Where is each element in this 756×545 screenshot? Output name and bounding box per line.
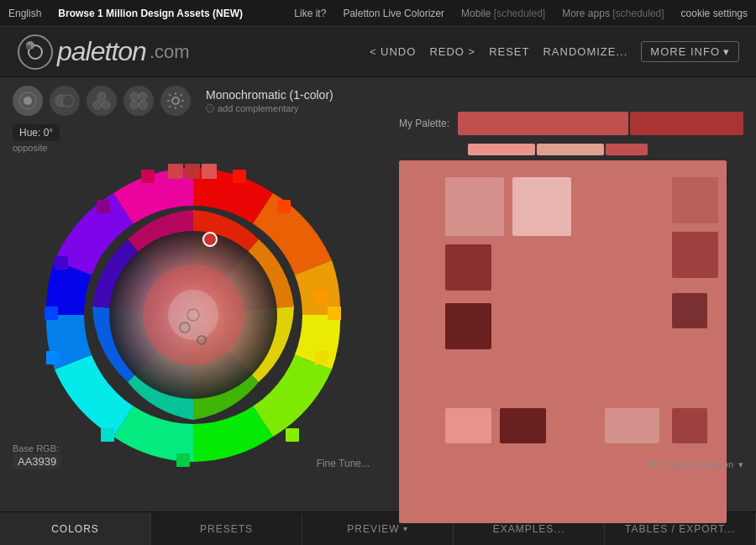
swatch-block-5[interactable]: [672, 232, 718, 278]
svg-rect-24: [328, 307, 341, 320]
redo-button[interactable]: REDO >: [429, 45, 475, 58]
add-complementary-option[interactable]: add complementary: [206, 103, 333, 113]
hue-display: Hue: 0°: [13, 124, 60, 141]
svg-rect-34: [233, 170, 246, 183]
header-actions: < UNDO REDO > RESET RANDOMIZE... MORE IN…: [370, 41, 739, 62]
svg-point-10: [102, 101, 110, 109]
swatch-block-7[interactable]: [672, 293, 707, 328]
logo[interactable]: paletton.com: [17, 34, 190, 71]
opposite-label: opposite: [13, 143, 374, 153]
svg-point-11: [130, 92, 139, 101]
swatch-block-6[interactable]: [445, 303, 491, 349]
my-palette-area: My Palette:: [399, 112, 743, 135]
mode-triad-icon[interactable]: [87, 86, 117, 116]
svg-rect-26: [286, 428, 299, 442]
mode-label: Monochromatic (1-color) add complementar…: [206, 88, 333, 113]
reset-button[interactable]: RESET: [489, 45, 529, 58]
svg-point-3: [26, 45, 31, 50]
vision-simulation[interactable]: 👁 Vision simulation ▾: [648, 458, 752, 471]
live-colorizer-link[interactable]: Paletton Live Colorizer: [343, 8, 444, 19]
swatch-block-3[interactable]: [672, 177, 718, 223]
svg-point-0: [18, 35, 52, 69]
color-wheel-container[interactable]: [38, 160, 349, 470]
color-wheel-svg[interactable]: [38, 160, 349, 470]
svg-point-7: [62, 95, 74, 107]
palette-row2: [468, 144, 743, 155]
mode-icons-row: Monochromatic (1-color) add complementar…: [13, 86, 374, 116]
svg-point-9: [93, 101, 102, 109]
swatch-block-9[interactable]: [445, 408, 491, 443]
more-apps-link[interactable]: More apps [scheduled]: [562, 8, 664, 19]
svg-rect-28: [101, 428, 114, 442]
svg-point-15: [172, 97, 179, 104]
base-rgb-label: Base RGB:: [13, 443, 61, 453]
more-info-button[interactable]: MORE INFO ▾: [641, 41, 739, 62]
vision-simulation-label: Vision simulation: [664, 459, 733, 469]
swatch-block-11[interactable]: [605, 408, 659, 443]
svg-point-14: [139, 101, 147, 109]
language-selector[interactable]: English: [8, 8, 41, 19]
swatch-block-8[interactable]: [672, 408, 707, 443]
swatch-block-1[interactable]: [445, 177, 504, 236]
svg-point-12: [139, 92, 147, 101]
mode-settings-icon[interactable]: [160, 86, 191, 116]
chevron-down-icon: ▾: [738, 459, 743, 470]
swatch-block-10[interactable]: [500, 408, 546, 443]
svg-point-8: [97, 92, 106, 101]
swatch-block-2[interactable]: [512, 177, 571, 236]
base-rgb-area: Base RGB: AA3939: [13, 443, 61, 469]
svg-rect-29: [46, 351, 60, 364]
color-cursor-1[interactable]: [203, 233, 217, 246]
mode-adjacent-icon[interactable]: [50, 86, 80, 116]
mode-mono-icon[interactable]: [13, 86, 43, 116]
palette-swatch-3[interactable]: [468, 144, 535, 155]
chevron-down-icon: ▾: [723, 45, 730, 58]
svg-rect-30: [45, 307, 58, 320]
main-content: Monochromatic (1-color) add complementar…: [0, 77, 756, 511]
chevron-down-icon: ▾: [403, 524, 408, 533]
base-rgb-value: AA3939: [13, 453, 61, 469]
header: paletton.com < UNDO REDO > RESET RANDOMI…: [0, 27, 756, 77]
svg-rect-31: [55, 256, 68, 270]
cookie-settings-link[interactable]: cookie settings: [681, 8, 748, 19]
svg-rect-27: [176, 453, 190, 467]
palette-swatch-2[interactable]: [630, 112, 743, 135]
svg-rect-25: [315, 351, 328, 364]
palette-bar: [458, 112, 743, 135]
svg-rect-35: [277, 200, 291, 213]
palette-swatch-1[interactable]: [458, 112, 628, 135]
my-palette-label: My Palette:: [399, 118, 449, 129]
right-panel: Donate My Palette:: [386, 77, 756, 511]
svg-rect-22: [202, 164, 217, 179]
svg-rect-32: [97, 200, 110, 213]
tab-presets[interactable]: PRESETS: [151, 512, 302, 545]
svg-rect-33: [141, 170, 155, 183]
radio-button[interactable]: [206, 104, 214, 113]
fine-tune-button[interactable]: Fine Tune...: [317, 458, 370, 469]
left-panel: Monochromatic (1-color) add complementar…: [0, 77, 386, 511]
svg-rect-23: [313, 290, 327, 303]
svg-rect-21: [185, 164, 200, 179]
palette-swatch-4[interactable]: [537, 144, 604, 155]
mode-tetrad-icon[interactable]: [123, 86, 154, 116]
like-it-menu[interactable]: Like it?: [294, 8, 326, 19]
svg-point-13: [130, 101, 139, 109]
logo-text: paletton: [57, 36, 146, 67]
palette-swatch-5[interactable]: [606, 144, 648, 155]
mode-title: Monochromatic (1-color): [206, 88, 333, 102]
logo-domain: .com: [150, 41, 190, 63]
undo-button[interactable]: < UNDO: [370, 45, 416, 58]
logo-icon: [17, 34, 54, 71]
eye-icon: 👁: [648, 458, 659, 471]
svg-point-5: [24, 97, 32, 105]
swatch-block-4[interactable]: [445, 244, 491, 291]
svg-point-19: [168, 290, 218, 340]
svg-rect-20: [168, 164, 183, 179]
top-nav: English Browse 1 Million Design Assets (…: [0, 0, 756, 27]
tab-colors[interactable]: COLORS: [0, 512, 151, 545]
mobile-link[interactable]: Mobile [scheduled]: [461, 8, 545, 19]
browse-link[interactable]: Browse 1 Million Design Assets (NEW): [58, 8, 243, 19]
randomize-button[interactable]: RANDOMIZE...: [543, 45, 627, 58]
